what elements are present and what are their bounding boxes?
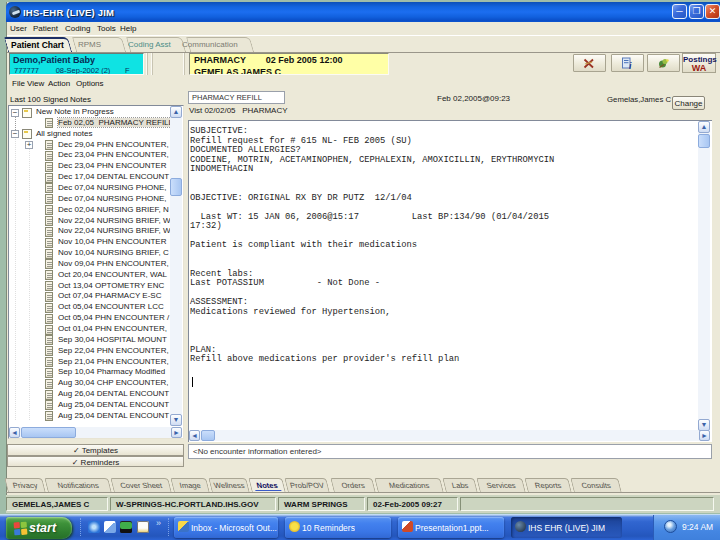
- svg-text:i: i: [629, 61, 632, 70]
